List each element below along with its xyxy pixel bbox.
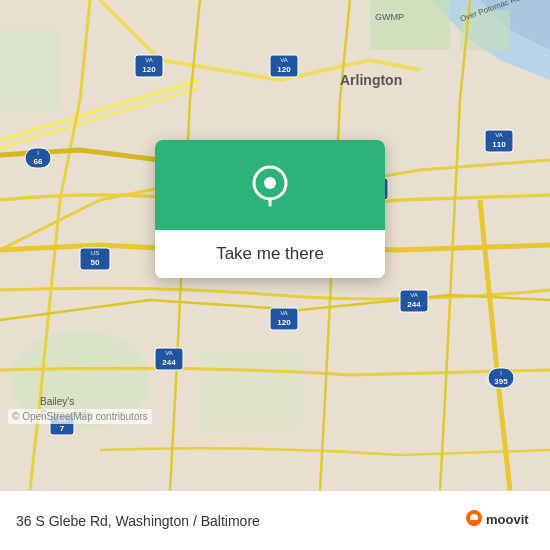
popup-header	[155, 140, 385, 230]
address-label: 36 S Glebe Rd, Washington / Baltimore	[16, 513, 260, 529]
svg-text:66: 66	[34, 157, 43, 166]
svg-rect-2	[370, 0, 450, 50]
svg-text:244: 244	[162, 358, 176, 367]
moovit-logo: moovit	[464, 506, 534, 536]
svg-text:US: US	[91, 250, 99, 256]
svg-text:120: 120	[142, 65, 156, 74]
svg-text:395: 395	[494, 377, 508, 386]
svg-text:GWMP: GWMP	[375, 12, 404, 22]
copyright-notice: © OpenStreetMap contributors	[8, 409, 152, 424]
svg-text:Arlington: Arlington	[340, 72, 402, 88]
svg-text:50: 50	[91, 258, 100, 267]
svg-text:moovit: moovit	[486, 512, 529, 527]
svg-rect-5	[200, 350, 300, 430]
svg-text:VA: VA	[145, 57, 153, 63]
svg-rect-1	[0, 30, 60, 110]
svg-text:110: 110	[492, 140, 506, 149]
take-me-there-button[interactable]: Take me there	[155, 230, 385, 278]
svg-text:244: 244	[407, 300, 421, 309]
svg-text:120: 120	[277, 65, 291, 74]
svg-text:Bailey's: Bailey's	[40, 396, 74, 407]
map-container: VA 120 VA 120 US 50 US 50 VA 244 VA 244 …	[0, 0, 550, 490]
location-pin-icon	[248, 163, 292, 207]
info-bar: 36 S Glebe Rd, Washington / Baltimore mo…	[0, 490, 550, 550]
svg-text:VA: VA	[280, 310, 288, 316]
svg-text:VA: VA	[165, 350, 173, 356]
svg-text:7: 7	[60, 424, 65, 433]
moovit-logo-svg: moovit	[464, 506, 534, 536]
svg-text:VA: VA	[410, 292, 418, 298]
svg-text:VA: VA	[495, 132, 503, 138]
svg-point-50	[264, 177, 276, 189]
svg-text:VA: VA	[280, 57, 288, 63]
popup-card: Take me there	[155, 140, 385, 278]
svg-text:120: 120	[277, 318, 291, 327]
